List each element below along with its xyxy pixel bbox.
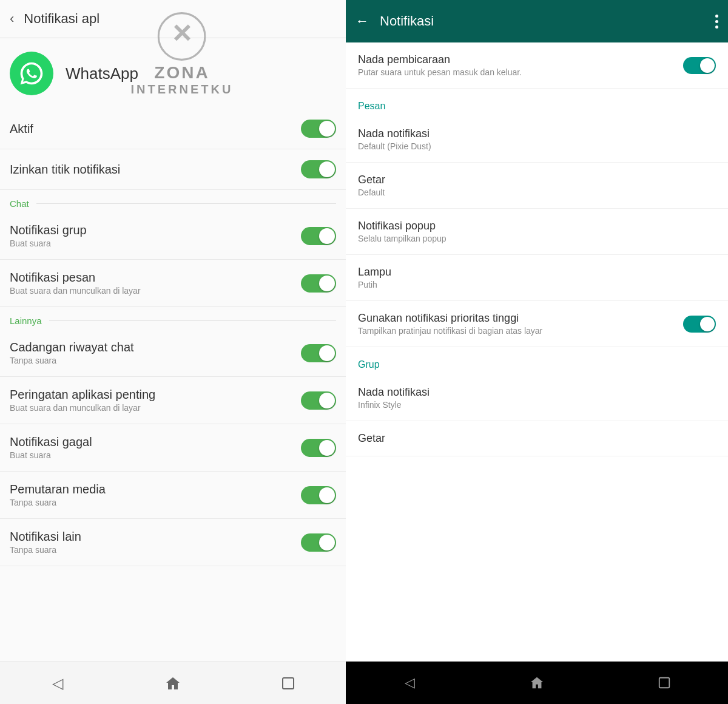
app-icon	[10, 52, 53, 95]
notif-pesan-label: Notifikasi pesan	[10, 271, 141, 285]
setting-text-lain: Notifikasi lain Tanpa suara	[10, 530, 81, 555]
setting-text-notif-popup: Notifikasi popup Selalu tampilkan popup	[358, 220, 447, 243]
toggle-peringatan[interactable]	[301, 391, 336, 410]
toggle-gagal[interactable]	[301, 439, 336, 457]
right-bottom-nav: ◁	[346, 662, 728, 704]
setting-row-cadangan: Cadangan riwayat chat Tanpa suara	[0, 330, 346, 377]
setting-row-getar-grup[interactable]: Getar	[346, 421, 728, 456]
notif-popup-sub: Selalu tampilkan popup	[358, 234, 447, 243]
left-nav-back[interactable]: ◁	[46, 671, 70, 696]
setting-text-getar: Getar Default	[358, 174, 385, 197]
setting-text-getar-grup: Getar	[358, 432, 385, 445]
setting-row-notif-grup: Notifikasi grup Buat suara	[0, 212, 346, 260]
section-header-grup: Grup	[346, 347, 728, 375]
setting-text-gagal: Notifikasi gagal Buat suara	[10, 435, 92, 460]
setting-row-notif-popup[interactable]: Notifikasi popup Selalu tampilkan popup	[346, 209, 728, 255]
nada-pembicaraan-label: Nada pembicaraan	[358, 53, 522, 66]
setting-row-notif-pesan: Notifikasi pesan Buat suara dan munculka…	[0, 260, 346, 307]
left-nav-home[interactable]	[161, 671, 185, 696]
notif-grup-label: Notifikasi grup	[10, 223, 87, 237]
section-line-chat	[36, 203, 336, 204]
media-label: Pemutaran media	[10, 482, 106, 496]
section-label-lainnya: Lainnya	[10, 316, 42, 326]
setting-row-nada-notif[interactable]: Nada notifikasi Default (Pixie Dust)	[346, 117, 728, 163]
svg-rect-2	[283, 678, 294, 689]
setting-row-izinkan: Izinkan titik notifikasi	[0, 149, 346, 190]
whatsapp-icon	[18, 60, 45, 87]
section-label-grup: Grup	[358, 359, 380, 370]
setting-row-gagal: Notifikasi gagal Buat suara	[0, 424, 346, 472]
setting-text-nada-pembicaraan: Nada pembicaraan Putar suara untuk pesan…	[358, 53, 522, 77]
setting-row-lampu[interactable]: Lampu Putih	[346, 255, 728, 301]
more-dot-2	[715, 20, 718, 23]
setting-text-notif-pesan: Notifikasi pesan Buat suara dan munculka…	[10, 271, 141, 296]
toggle-prioritas[interactable]	[683, 316, 716, 333]
more-dot-3	[715, 25, 718, 29]
setting-row-prioritas: Gunakan notifikasi prioritas tinggi Tamp…	[346, 301, 728, 347]
setting-text-notif-grup: Notifikasi grup Buat suara	[10, 223, 87, 248]
toggle-notif-grup[interactable]	[301, 227, 336, 245]
svg-rect-3	[659, 678, 670, 688]
setting-row-lain: Notifikasi lain Tanpa suara	[0, 519, 346, 566]
gagal-label: Notifikasi gagal	[10, 435, 92, 449]
setting-text-media: Pemutaran media Tanpa suara	[10, 482, 106, 507]
right-square-icon	[658, 676, 671, 689]
right-nav-square[interactable]	[652, 671, 676, 695]
setting-label-izinkan: Izinkan titik notifikasi	[10, 163, 120, 177]
getar-grup-label: Getar	[358, 432, 385, 445]
nada-grup-label: Nada notifikasi	[358, 386, 430, 399]
cadangan-sub: Tanpa suara	[10, 356, 134, 365]
left-title: Notifikasi apl	[24, 11, 99, 27]
gagal-sub: Buat suara	[10, 450, 92, 460]
getar-sub: Default	[358, 188, 385, 197]
setting-row-aktif: Aktif	[0, 109, 346, 149]
more-dot-1	[715, 15, 718, 18]
setting-text-nada-grup: Nada notifikasi Infinix Style	[358, 386, 430, 410]
right-nav-back[interactable]: ◁	[397, 671, 422, 695]
left-panel: ‹ Notifikasi apl WhatsApp Aktif Izinkan …	[0, 0, 346, 704]
square-icon	[281, 676, 295, 691]
right-nav-home[interactable]	[525, 671, 549, 695]
setting-text-peringatan: Peringatan aplikasi penting Buat suara d…	[10, 388, 155, 413]
peringatan-sub: Buat suara dan munculkan di layar	[10, 403, 155, 413]
notif-popup-label: Notifikasi popup	[358, 220, 447, 232]
toggle-media[interactable]	[301, 486, 336, 504]
section-header-chat: Chat	[0, 190, 346, 212]
setting-row-getar[interactable]: Getar Default	[346, 163, 728, 209]
aktif-label: Aktif	[10, 122, 33, 136]
section-header-pesan: Pesan	[346, 89, 728, 117]
setting-text-cadangan: Cadangan riwayat chat Tanpa suara	[10, 340, 134, 365]
izinkan-label: Izinkan titik notifikasi	[10, 163, 120, 177]
left-header: ‹ Notifikasi apl	[0, 0, 346, 38]
setting-text-lampu: Lampu Putih	[358, 266, 391, 289]
toggle-notif-pesan[interactable]	[301, 274, 336, 293]
nada-pembicaraan-sub: Putar suara untuk pesan masuk dan keluar…	[358, 67, 522, 77]
section-label-chat: Chat	[10, 198, 29, 209]
section-line-lainnya	[49, 320, 336, 321]
toggle-izinkan[interactable]	[301, 160, 336, 178]
notif-pesan-sub: Buat suara dan munculkan di layar	[10, 286, 141, 296]
nada-notif-sub: Default (Pixie Dust)	[358, 141, 431, 151]
notif-grup-sub: Buat suara	[10, 239, 87, 248]
right-back-button[interactable]: ←	[356, 13, 369, 29]
section-label-pesan: Pesan	[358, 101, 385, 111]
app-info: WhatsApp	[0, 38, 346, 109]
lain-label: Notifikasi lain	[10, 530, 81, 544]
setting-row-peringatan: Peringatan aplikasi penting Buat suara d…	[0, 377, 346, 424]
setting-row-nada-grup[interactable]: Nada notifikasi Infinix Style	[346, 375, 728, 421]
left-nav-square[interactable]	[276, 671, 300, 696]
toggle-cadangan[interactable]	[301, 344, 336, 362]
prioritas-sub: Tampilkan pratinjau notifikasi di bagian…	[358, 326, 673, 336]
left-content: Aktif Izinkan titik notifikasi Chat Noti…	[0, 109, 346, 662]
more-menu-button[interactable]	[715, 15, 718, 29]
right-header: ← Notifikasi	[346, 0, 728, 42]
toggle-nada-pembicaraan[interactable]	[683, 57, 716, 74]
left-bottom-nav: ◁	[0, 662, 346, 704]
right-home-icon	[529, 675, 545, 691]
toggle-aktif[interactable]	[301, 120, 336, 138]
setting-row-media: Pemutaran media Tanpa suara	[0, 472, 346, 519]
toggle-lain[interactable]	[301, 533, 336, 552]
left-back-button[interactable]: ‹	[10, 11, 14, 27]
peringatan-label: Peringatan aplikasi penting	[10, 388, 155, 402]
nada-grup-sub: Infinix Style	[358, 400, 430, 410]
